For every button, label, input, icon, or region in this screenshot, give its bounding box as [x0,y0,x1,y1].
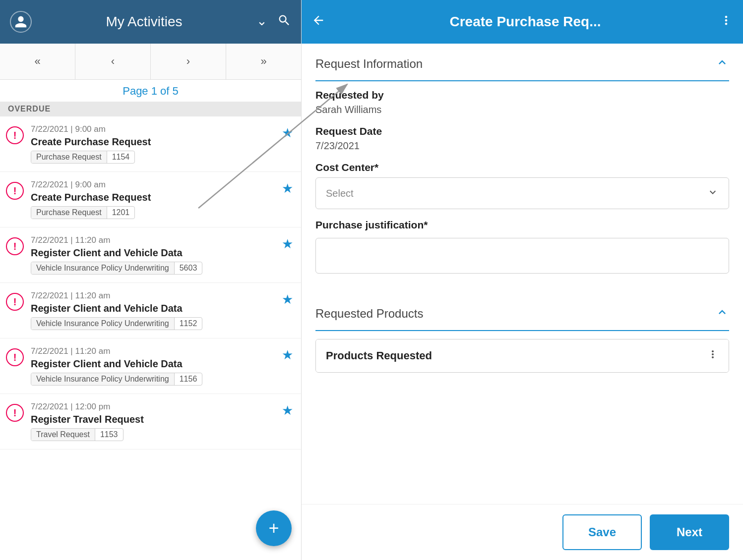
activity-badge: Vehicle Insurance Policy Underwriting 56… [31,262,202,275]
left-header: My Activities ⌄ [0,0,301,44]
first-page-button[interactable]: « [0,44,75,79]
products-card: Products Requested [315,339,729,373]
request-date-label: Request Date [315,125,729,137]
chevron-up-icon[interactable] [715,305,729,322]
activity-content: 7/22/2021 | 9:00 am Create Purchase Requ… [31,180,277,219]
right-content: Request Information Requested by Sarah W… [302,44,743,504]
star-icon[interactable]: ★ [282,125,293,141]
activity-list: ! 7/22/2021 | 9:00 am Create Purchase Re… [0,116,301,560]
badge-num: 1156 [174,373,202,385]
activity-title: Register Client and Vehicle Data [31,247,277,259]
search-icon[interactable] [277,13,291,31]
activity-datetime: 7/22/2021 | 11:20 am [31,346,277,356]
activity-datetime: 7/22/2021 | 9:00 am [31,124,277,134]
activity-content: 7/22/2021 | 11:20 am Register Client and… [31,346,277,386]
activity-title: Create Purchase Request [31,136,277,148]
activity-badge: Travel Request 1153 [31,428,124,441]
products-card-header: Products Requested [316,339,729,372]
overdue-icon: ! [6,293,24,311]
activity-datetime: 7/22/2021 | 12:00 pm [31,402,277,412]
left-panel: My Activities ⌄ « ‹ › » Page 1 of 5 OVER… [0,0,302,560]
star-icon[interactable]: ★ [282,236,293,252]
cost-center-field: Cost Center* Select [315,162,729,209]
activity-title: Register Travel Request [31,414,277,425]
cost-center-placeholder: Select [326,188,354,199]
request-info-section-header: Request Information [302,44,743,80]
activity-datetime: 7/22/2021 | 9:00 am [31,180,277,190]
badge-type: Vehicle Insurance Policy Underwriting [31,262,174,274]
plus-icon: + [268,518,279,539]
more-vert-icon[interactable] [707,348,719,363]
activity-content: 7/22/2021 | 11:20 am Register Client and… [31,291,277,330]
requested-by-label: Requested by [315,89,729,101]
badge-num: 1153 [95,429,123,441]
purchase-justification-input[interactable] [315,238,729,274]
purchase-justification-label: Purchase justification* [315,219,729,231]
bottom-spacer [302,373,743,383]
overdue-label: OVERDUE [0,102,301,116]
list-item[interactable]: ! 7/22/2021 | 9:00 am Create Purchase Re… [0,116,301,172]
more-vert-icon[interactable] [719,13,733,31]
requested-by-value: Sarah Williams [315,104,729,115]
activity-content: 7/22/2021 | 11:20 am Register Client and… [31,235,277,275]
request-date-value: 7/23/2021 [315,140,729,152]
activity-content: 7/22/2021 | 9:00 am Create Purchase Requ… [31,124,277,164]
list-item[interactable]: ! 7/22/2021 | 11:20 am Register Client a… [0,227,301,283]
right-footer: Save Next [302,504,743,560]
overdue-icon: ! [6,348,24,366]
badge-num: 5603 [174,262,202,274]
fab-button[interactable]: + [256,510,292,546]
activity-datetime: 7/22/2021 | 11:20 am [31,235,277,245]
overdue-icon: ! [6,182,24,200]
activity-title: Register Client and Vehicle Data [31,303,277,314]
left-header-actions: ⌄ [256,13,291,31]
save-button[interactable]: Save [562,514,642,550]
badge-type: Purchase Request [31,207,107,219]
activity-badge: Purchase Request 1154 [31,151,135,164]
badge-type: Vehicle Insurance Policy Underwriting [31,373,174,385]
right-header: Create Purchase Req... [302,0,743,44]
form-fields: Requested by Sarah Williams Request Date… [302,81,743,293]
next-page-button[interactable]: › [151,44,226,79]
badge-type: Vehicle Insurance Policy Underwriting [31,318,174,330]
pagination-bar: « ‹ › » [0,44,301,80]
list-item[interactable]: ! 7/22/2021 | 11:20 am Register Client a… [0,283,301,338]
list-item[interactable]: ! 7/22/2021 | 12:00 pm Register Travel R… [0,394,301,449]
activity-badge: Vehicle Insurance Policy Underwriting 11… [31,317,202,330]
activity-badge: Purchase Request 1201 [31,206,135,219]
right-header-title: Create Purchase Req... [331,14,719,30]
products-card-title: Products Requested [326,349,432,362]
chevron-down-icon[interactable]: ⌄ [256,13,267,31]
cost-center-select[interactable]: Select [315,177,729,209]
purchase-justification-field: Purchase justification* [315,219,729,276]
activity-content: 7/22/2021 | 12:00 pm Register Travel Req… [31,402,277,441]
activity-title: Create Purchase Request [31,192,277,203]
requested-by-field: Requested by Sarah Williams [315,89,729,115]
profile-icon[interactable] [10,11,32,33]
badge-num: 1201 [107,207,135,219]
request-date-field: Request Date 7/23/2021 [315,125,729,152]
badge-type: Purchase Request [31,151,107,163]
overdue-icon: ! [6,237,24,255]
list-item[interactable]: ! 7/22/2021 | 11:20 am Register Client a… [0,338,301,394]
activity-badge: Vehicle Insurance Policy Underwriting 11… [31,373,202,386]
star-icon[interactable]: ★ [282,292,293,307]
requested-products-title: Requested Products [315,307,423,321]
right-panel: Create Purchase Req... Request Informati… [302,0,743,560]
star-icon[interactable]: ★ [282,403,293,418]
next-button[interactable]: Next [650,514,729,550]
last-page-button[interactable]: » [226,44,301,79]
star-icon[interactable]: ★ [282,347,293,363]
badge-num: 1152 [174,318,202,330]
chevron-down-icon [707,186,719,201]
prev-page-button[interactable]: ‹ [75,44,151,79]
left-header-title: My Activities [32,14,256,30]
list-item[interactable]: ! 7/22/2021 | 9:00 am Create Purchase Re… [0,172,301,227]
chevron-up-icon[interactable] [715,56,729,72]
requested-products-section-header: Requested Products [302,293,743,330]
star-icon[interactable]: ★ [282,181,293,196]
badge-num: 1154 [107,151,135,163]
request-info-title: Request Information [315,57,423,71]
back-button[interactable] [311,13,325,31]
spacer [302,331,743,339]
